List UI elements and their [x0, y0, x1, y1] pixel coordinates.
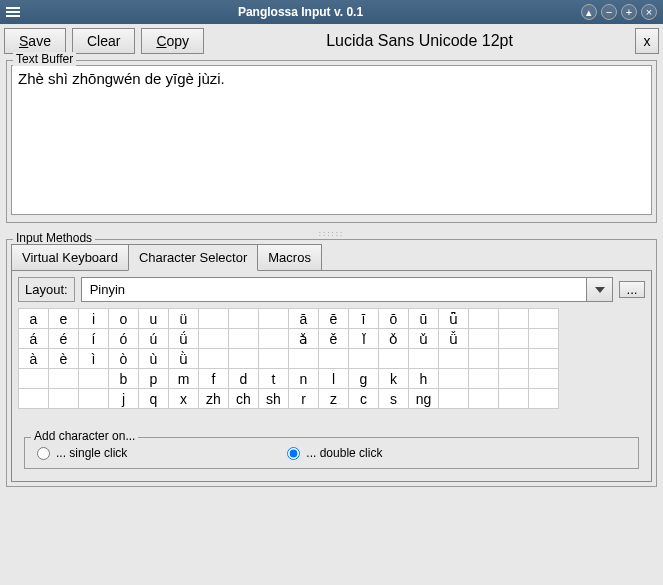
- char-cell[interactable]: u: [139, 309, 169, 329]
- single-click-label: ... single click: [56, 446, 127, 460]
- resize-grip[interactable]: ::::::: [0, 229, 663, 237]
- char-cell[interactable]: r: [289, 389, 319, 409]
- char-cell[interactable]: f: [199, 369, 229, 389]
- char-cell[interactable]: è: [49, 349, 79, 369]
- char-cell[interactable]: x: [169, 389, 199, 409]
- char-cell[interactable]: ì: [79, 349, 109, 369]
- char-cell[interactable]: g: [349, 369, 379, 389]
- char-cell: [529, 329, 559, 349]
- char-cell: [199, 349, 229, 369]
- char-cell[interactable]: k: [379, 369, 409, 389]
- char-cell[interactable]: z: [319, 389, 349, 409]
- char-cell: [379, 349, 409, 369]
- char-cell: [469, 369, 499, 389]
- char-cell[interactable]: t: [259, 369, 289, 389]
- char-cell[interactable]: b: [109, 369, 139, 389]
- char-cell[interactable]: ā: [289, 309, 319, 329]
- char-cell[interactable]: zh: [199, 389, 229, 409]
- char-cell: [49, 389, 79, 409]
- char-cell[interactable]: q: [139, 389, 169, 409]
- minimize-icon[interactable]: −: [601, 4, 617, 20]
- char-cell[interactable]: c: [349, 389, 379, 409]
- titlebar: Panglossa Input v. 0.1 ▴ − + ×: [0, 0, 663, 24]
- char-cell[interactable]: ǎ: [289, 329, 319, 349]
- char-cell[interactable]: ō: [379, 309, 409, 329]
- layout-select[interactable]: Pinyin: [81, 277, 613, 302]
- char-cell[interactable]: m: [169, 369, 199, 389]
- add-character-group: Add character on... ... single click ...…: [24, 437, 639, 469]
- char-cell[interactable]: í: [79, 329, 109, 349]
- char-cell: [199, 309, 229, 329]
- single-click-option[interactable]: ... single click: [37, 446, 127, 460]
- char-cell: [529, 309, 559, 329]
- char-cell[interactable]: é: [49, 329, 79, 349]
- char-cell[interactable]: à: [19, 349, 49, 369]
- char-cell[interactable]: a: [19, 309, 49, 329]
- chevron-down-icon[interactable]: [587, 277, 613, 302]
- char-cell[interactable]: ǘ: [169, 329, 199, 349]
- char-cell[interactable]: o: [109, 309, 139, 329]
- char-cell[interactable]: d: [229, 369, 259, 389]
- char-cell[interactable]: i: [79, 309, 109, 329]
- tab-character-selector[interactable]: Character Selector: [128, 244, 258, 271]
- tab-macros[interactable]: Macros: [257, 244, 322, 271]
- char-cell[interactable]: ǔ: [409, 329, 439, 349]
- char-cell: [199, 329, 229, 349]
- save-button[interactable]: Save: [4, 28, 66, 54]
- text-buffer-legend: Text Buffer: [13, 52, 76, 66]
- char-cell[interactable]: j: [109, 389, 139, 409]
- char-cell[interactable]: n: [289, 369, 319, 389]
- char-cell[interactable]: ú: [139, 329, 169, 349]
- double-click-option[interactable]: ... double click: [287, 446, 382, 460]
- input-methods-group: Input Methods Virtual Keyboard Character…: [6, 239, 657, 487]
- char-cell[interactable]: e: [49, 309, 79, 329]
- char-cell[interactable]: sh: [259, 389, 289, 409]
- char-cell[interactable]: ù: [139, 349, 169, 369]
- toolbar: Save Clear Copy Lucida Sans Unicode 12pt…: [0, 24, 663, 58]
- char-cell[interactable]: ǐ: [349, 329, 379, 349]
- char-cell[interactable]: ó: [109, 329, 139, 349]
- font-label: Lucida Sans Unicode 12pt: [210, 32, 629, 50]
- char-cell: [439, 389, 469, 409]
- char-cell[interactable]: ē: [319, 309, 349, 329]
- clear-button[interactable]: Clear: [72, 28, 135, 54]
- char-cell: [499, 329, 529, 349]
- char-cell[interactable]: á: [19, 329, 49, 349]
- tabs: Virtual Keyboard Character Selector Macr…: [7, 240, 656, 271]
- tab-virtual-keyboard[interactable]: Virtual Keyboard: [11, 244, 129, 271]
- layout-more-button[interactable]: ...: [619, 281, 645, 298]
- char-cell[interactable]: ü: [169, 309, 199, 329]
- char-cell[interactable]: s: [379, 389, 409, 409]
- copy-button[interactable]: Copy: [141, 28, 204, 54]
- char-cell[interactable]: ī: [349, 309, 379, 329]
- char-cell[interactable]: l: [319, 369, 349, 389]
- char-cell[interactable]: ǒ: [379, 329, 409, 349]
- menu-icon[interactable]: [6, 5, 20, 19]
- tab-body: Layout: Pinyin ... aeiouüāēīōūǖáéíóúǘǎěǐ…: [11, 270, 652, 482]
- char-cell: [319, 349, 349, 369]
- char-cell[interactable]: ǚ: [439, 329, 469, 349]
- pin-icon[interactable]: ▴: [581, 4, 597, 20]
- font-close-button[interactable]: x: [635, 28, 659, 54]
- char-cell: [469, 349, 499, 369]
- double-click-radio[interactable]: [287, 447, 300, 460]
- char-cell[interactable]: ě: [319, 329, 349, 349]
- window-title: Panglossa Input v. 0.1: [24, 5, 577, 19]
- maximize-icon[interactable]: +: [621, 4, 637, 20]
- char-cell: [49, 369, 79, 389]
- single-click-radio[interactable]: [37, 447, 50, 460]
- char-cell[interactable]: ū: [409, 309, 439, 329]
- char-cell: [499, 389, 529, 409]
- text-buffer-input[interactable]: [11, 65, 652, 215]
- layout-value[interactable]: Pinyin: [81, 277, 587, 302]
- char-cell: [19, 369, 49, 389]
- char-cell[interactable]: ò: [109, 349, 139, 369]
- char-cell[interactable]: ǜ: [169, 349, 199, 369]
- char-cell[interactable]: ng: [409, 389, 439, 409]
- char-cell[interactable]: ǖ: [439, 309, 469, 329]
- char-cell[interactable]: h: [409, 369, 439, 389]
- char-cell[interactable]: ch: [229, 389, 259, 409]
- char-cell: [439, 349, 469, 369]
- char-cell[interactable]: p: [139, 369, 169, 389]
- close-icon[interactable]: ×: [641, 4, 657, 20]
